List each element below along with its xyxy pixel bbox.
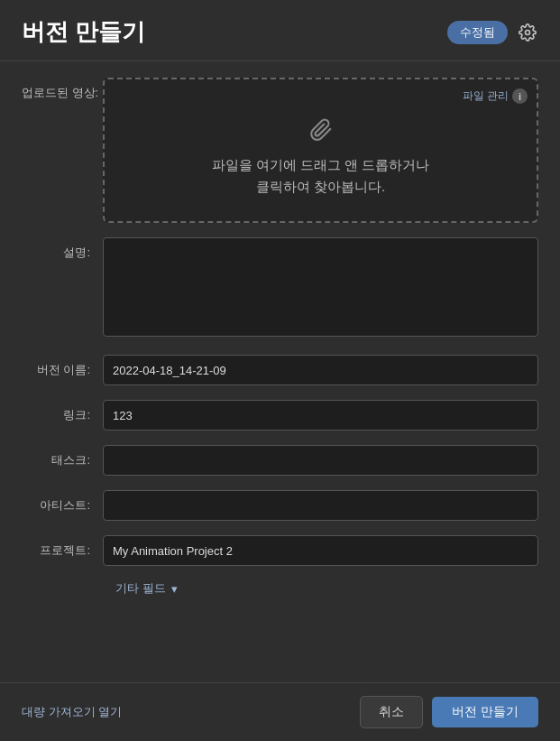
version-name-input[interactable] xyxy=(103,355,538,385)
file-manage-text: 파일 관리 xyxy=(463,88,509,104)
extra-fields-label: 기타 필드 xyxy=(115,580,166,597)
create-version-button[interactable]: 버전 만들기 xyxy=(432,697,538,727)
header: 버전 만들기 수정됨 xyxy=(0,0,560,60)
task-label: 태스크: xyxy=(22,445,103,468)
form-content: 업로드된 영상: 파일 관리 i 파일을 여기에 드래그 앤 드롭하거나클릭하여… xyxy=(0,61,560,682)
footer: 대량 가져오기 열기 취소 버전 만들기 xyxy=(0,682,560,741)
link-label: 링크: xyxy=(22,400,103,423)
description-wrapper xyxy=(103,237,538,340)
artist-label: 아티스트: xyxy=(22,490,103,514)
artist-row: 아티스트: xyxy=(22,490,538,521)
link-wrapper xyxy=(103,400,538,431)
artist-input[interactable] xyxy=(103,490,538,521)
version-name-row: 버전 이름: xyxy=(22,355,538,385)
description-label: 설명: xyxy=(22,237,103,261)
project-label: 프로젝트: xyxy=(22,535,103,559)
footer-buttons: 취소 버전 만들기 xyxy=(360,696,538,728)
paperclip-icon xyxy=(309,118,333,147)
link-row: 링크: xyxy=(22,400,538,431)
gear-button[interactable] xyxy=(517,22,538,43)
upload-instruction-text: 파일을 여기에 드래그 앤 드롭하거나클릭하여 찾아봅니다. xyxy=(212,154,430,198)
chevron-down-icon: ▾ xyxy=(171,582,178,596)
link-input[interactable] xyxy=(103,400,538,431)
project-row: 프로젝트: xyxy=(22,535,538,566)
description-row: 설명: xyxy=(22,237,538,340)
extra-fields-toggle[interactable]: 기타 필드 ▾ xyxy=(115,580,538,597)
artist-wrapper xyxy=(103,490,538,521)
description-textarea[interactable] xyxy=(103,237,538,337)
file-manage-link[interactable]: 파일 관리 i xyxy=(463,88,528,104)
header-right: 수정됨 xyxy=(447,21,538,44)
info-icon[interactable]: i xyxy=(512,88,528,104)
task-row: 태스크: xyxy=(22,445,538,476)
bulk-import-link[interactable]: 대량 가져오기 열기 xyxy=(22,704,122,720)
upload-wrapper: 파일 관리 i 파일을 여기에 드래그 앤 드롭하거나클릭하여 찾아봅니다. xyxy=(103,78,538,223)
svg-point-0 xyxy=(526,30,530,34)
version-name-label: 버전 이름: xyxy=(22,355,103,378)
version-name-wrapper xyxy=(103,355,538,385)
modified-badge: 수정됨 xyxy=(447,21,508,44)
page-title: 버전 만들기 xyxy=(22,16,145,48)
task-wrapper xyxy=(103,445,538,476)
project-input[interactable] xyxy=(103,535,538,566)
upload-top: 파일 관리 i xyxy=(114,88,528,109)
gear-icon xyxy=(519,23,537,42)
cancel-button[interactable]: 취소 xyxy=(360,696,423,728)
project-wrapper xyxy=(103,535,538,566)
upload-label: 업로드된 영상: xyxy=(22,78,103,101)
task-input[interactable] xyxy=(103,445,538,476)
upload-dropzone[interactable]: 파일 관리 i 파일을 여기에 드래그 앤 드롭하거나클릭하여 찾아봅니다. xyxy=(103,78,538,223)
upload-body: 파일을 여기에 드래그 앤 드롭하거나클릭하여 찾아봅니다. xyxy=(114,109,528,212)
upload-row: 업로드된 영상: 파일 관리 i 파일을 여기에 드래그 앤 드롭하거나클릭하여… xyxy=(22,78,538,223)
